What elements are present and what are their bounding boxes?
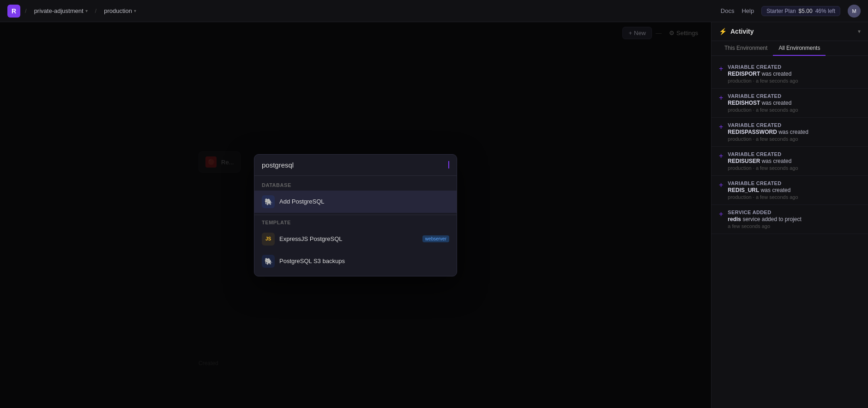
section-separator [254, 215, 457, 215]
activity-meta-5: a few seconds ago [728, 223, 861, 229]
logo-icon[interactable]: R [7, 5, 20, 18]
activity-content-3: Variable Created REDISUSER was created p… [728, 151, 861, 171]
activity-desc-5: redis service added to project [728, 216, 861, 222]
breadcrumb-sep-2: / [95, 7, 97, 14]
search-input[interactable] [262, 161, 448, 169]
activity-item-4: + Variable Created REDIS_URL was created… [711, 176, 868, 205]
plus-icon-4: + [719, 181, 723, 189]
breadcrumb-project-label: private-adjustment [34, 7, 84, 14]
activity-content-0: Variable Created REDISPORT was created p… [728, 64, 861, 84]
plus-icon-0: + [719, 65, 723, 73]
activity-desc-2: REDISPASSWORD was created [728, 129, 861, 135]
activity-item-3: + Variable Created REDISUSER was created… [711, 147, 868, 176]
nav-left: R / private-adjustment ▾ / production ▾ [7, 5, 139, 18]
plus-icon-3: + [719, 152, 723, 160]
tab-all-environments[interactable]: All Environments [773, 41, 826, 56]
docs-link[interactable]: Docs [721, 7, 735, 14]
section-template-label: Template [254, 217, 457, 228]
activity-desc-1: REDISHOST was created [728, 100, 861, 106]
plan-usage: 46% left [815, 8, 835, 14]
plus-icon-2: + [719, 123, 723, 131]
breadcrumb-env-label: production [104, 7, 132, 14]
activity-content-5: Service Added redis service added to pro… [728, 210, 861, 229]
activity-desc-0: REDISPORT was created [728, 71, 861, 77]
activity-item-0: + Variable Created REDISPORT was created… [711, 60, 868, 89]
section-database-label: Database [254, 180, 457, 191]
nav-right: Docs Help Starter Plan $5.00 46% left M [721, 5, 861, 18]
search-results: Database 🐘 Add PostgreSQL Template JS Ex… [254, 176, 457, 276]
activity-content-2: Variable Created REDISPASSWORD was creat… [728, 122, 861, 142]
postgres-s3-icon: 🐘 [262, 255, 275, 268]
activity-meta-3: production · a few seconds ago [728, 165, 861, 171]
event-type-2: Variable Created [728, 122, 861, 128]
activity-content-4: Variable Created REDIS_URL was created p… [728, 180, 861, 200]
activity-item-1: + Variable Created REDISHOST was created… [711, 89, 868, 118]
add-postgresql-label: Add PostgreSQL [279, 198, 449, 205]
plan-badge[interactable]: Starter Plan $5.00 46% left [761, 6, 840, 16]
search-modal: Database 🐘 Add PostgreSQL Template JS Ex… [254, 154, 457, 276]
breadcrumb-env[interactable]: production ▾ [101, 6, 139, 16]
event-type-0: Variable Created [728, 64, 861, 70]
env-tabs: This Environment All Environments [711, 41, 868, 56]
cursor-indicator [448, 161, 449, 168]
canvas: + New — ⚙ Settings 🔴 Re... Created [0, 22, 711, 408]
activity-lightning-icon: ⚡ [719, 28, 727, 35]
breadcrumb-project[interactable]: private-adjustment ▾ [31, 6, 90, 16]
tab-this-environment[interactable]: This Environment [719, 41, 773, 56]
activity-title: Activity [730, 28, 754, 35]
result-add-postgresql[interactable]: 🐘 Add PostgreSQL [254, 191, 457, 213]
avatar[interactable]: M [848, 5, 861, 18]
help-link[interactable]: Help [741, 7, 754, 14]
webserver-badge: webserver [422, 235, 449, 242]
activity-meta-0: production · a few seconds ago [728, 78, 861, 84]
activity-list: + Variable Created REDISPORT was created… [711, 56, 868, 408]
top-nav: R / private-adjustment ▾ / production ▾ … [0, 0, 868, 22]
postgres-icon: 🐘 [262, 195, 275, 208]
breadcrumb-sep-1: / [25, 7, 27, 14]
event-type-4: Variable Created [728, 180, 861, 186]
result-postgresql-s3[interactable]: 🐘 PostgreSQL S3 backups [254, 250, 457, 272]
event-type-3: Variable Created [728, 151, 861, 157]
plan-label: Starter Plan [766, 8, 796, 14]
modal-overlay: Database 🐘 Add PostgreSQL Template JS Ex… [0, 22, 711, 408]
collapse-button[interactable]: ▾ [858, 28, 861, 35]
activity-item-2: + Variable Created REDISPASSWORD was cre… [711, 118, 868, 147]
expressjs-icon: JS [262, 233, 275, 246]
search-input-row [254, 155, 457, 176]
plan-price: $5.00 [799, 8, 813, 14]
event-type-5: Service Added [728, 210, 861, 215]
activity-meta-4: production · a few seconds ago [728, 194, 861, 200]
activity-content-1: Variable Created REDISHOST was created p… [728, 93, 861, 113]
activity-panel: ⚡ Activity ▾ This Environment All Enviro… [711, 22, 868, 408]
activity-item-5: + Service Added redis service added to p… [711, 205, 868, 234]
result-expressjs-postgresql[interactable]: JS ExpressJS PostgreSQL webserver [254, 228, 457, 250]
plus-icon-5: + [719, 210, 723, 218]
activity-meta-2: production · a few seconds ago [728, 136, 861, 142]
activity-header: ⚡ Activity ▾ [711, 22, 868, 41]
event-type-1: Variable Created [728, 93, 861, 99]
plus-icon-1: + [719, 94, 723, 102]
postgresql-s3-label: PostgreSQL S3 backups [279, 258, 449, 264]
chevron-down-icon-2: ▾ [134, 8, 136, 13]
activity-desc-4: REDIS_URL was created [728, 187, 861, 193]
activity-title-row: ⚡ Activity [719, 28, 754, 35]
chevron-down-icon: ▾ [85, 8, 88, 13]
activity-desc-3: REDISUSER was created [728, 158, 861, 164]
main-area: + New — ⚙ Settings 🔴 Re... Created [0, 22, 868, 408]
activity-meta-1: production · a few seconds ago [728, 107, 861, 113]
expressjs-postgresql-label: ExpressJS PostgreSQL [279, 235, 418, 242]
